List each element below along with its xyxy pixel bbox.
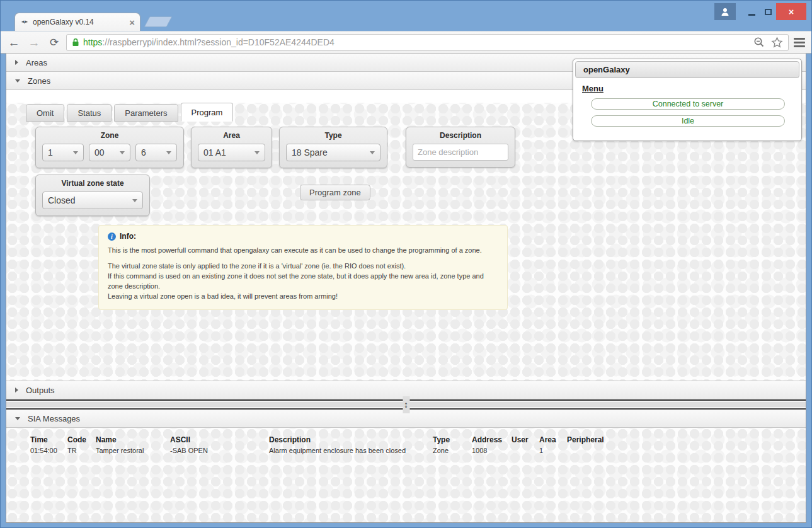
program-form-row2: Virtual zone state Closed Program zone <box>35 175 806 216</box>
zone-group-label: Zone <box>42 131 177 140</box>
tab-favicon <box>20 18 29 26</box>
info-line-4: Leaving a virtual zone open is a bad ide… <box>108 292 498 302</box>
area-value: 01 A1 <box>203 147 226 158</box>
dropdown-arrow-icon <box>132 199 137 202</box>
reload-button[interactable]: ⟳ <box>46 37 62 48</box>
zone-description-input[interactable] <box>413 144 508 161</box>
area-group: Area 01 A1 <box>191 127 272 168</box>
dropdown-arrow-icon <box>120 151 125 154</box>
tab-close-icon[interactable]: × <box>129 18 135 27</box>
area-group-label: Area <box>198 131 265 140</box>
outputs-label: Outputs <box>26 386 55 395</box>
info-title: Info: <box>120 232 136 241</box>
col-peripheral: Peripheral <box>567 435 624 444</box>
description-group-label: Description <box>413 131 508 140</box>
zoom-out-icon[interactable] <box>753 37 765 48</box>
info-box: i Info: This is the most powerfull comma… <box>98 225 508 310</box>
col-user: User <box>512 435 539 444</box>
browser-tab[interactable]: openGalaxy v0.14 × <box>14 13 140 31</box>
forward-button[interactable]: → <box>26 37 42 49</box>
chevron-down-icon <box>15 417 20 420</box>
url-scheme: https <box>83 37 102 47</box>
tab-title: openGalaxy v0.14 <box>33 18 125 26</box>
chevron-right-icon <box>15 60 18 65</box>
type-group: Type 18 Spare <box>279 127 387 168</box>
zone-units-value: 6 <box>141 147 146 158</box>
activity-status-badge: Idle <box>591 115 785 127</box>
col-code: Code <box>67 435 96 444</box>
cell-time: 01:54:00 <box>30 447 67 454</box>
sia-messages-panel: Time Code Name ASCII Description Type Ad… <box>6 428 806 523</box>
type-value: 18 Spare <box>292 147 328 158</box>
maximize-button[interactable] <box>760 3 776 20</box>
panel-splitter[interactable]: ↕ <box>6 399 806 410</box>
col-area: Area <box>539 435 567 444</box>
close-button[interactable]: × <box>776 3 806 20</box>
sia-table-header: Time Code Name ASCII Description Type Ad… <box>30 435 806 444</box>
omnibox-icons <box>753 37 783 49</box>
info-icon: i <box>108 232 116 241</box>
sia-table-row: 01:54:00 TR Tamper restoral -SAB OPEN Al… <box>30 447 806 454</box>
page-content: Areas Zones Omit Status Parameters Progr… <box>6 54 806 523</box>
minimize-button[interactable] <box>743 3 760 20</box>
opengalaxy-panel-title: openGalaxy <box>575 61 799 78</box>
dropdown-arrow-icon <box>166 151 171 154</box>
col-ascii: ASCII <box>170 435 269 444</box>
titlebar: openGalaxy v0.14 × × <box>1 1 811 31</box>
address-bar[interactable]: https://raspberrypi/index.html?session_i… <box>66 34 789 51</box>
zone-tens-value: 00 <box>94 147 105 158</box>
zone-hundreds-select[interactable]: 1 <box>42 144 84 161</box>
virtual-state-select[interactable]: Closed <box>42 192 143 209</box>
back-button[interactable]: ← <box>6 37 22 49</box>
zone-tens-select[interactable]: 00 <box>89 144 130 161</box>
zones-label: Zones <box>28 76 50 86</box>
zone-units-select[interactable]: 6 <box>135 144 177 161</box>
info-line-1: This is the most powerfull command that … <box>108 246 498 254</box>
url-text: https://raspberrypi/index.html?session_i… <box>83 37 750 47</box>
col-description: Description <box>269 435 433 444</box>
menu-link[interactable]: Menu <box>582 84 603 93</box>
virtual-state-group: Virtual zone state Closed <box>35 175 150 216</box>
type-select[interactable]: 18 Spare <box>286 144 380 161</box>
bookmark-star-icon[interactable] <box>771 37 783 49</box>
info-line-3: If this command is used on an existing z… <box>108 272 498 292</box>
connection-status-badge: Connected to server <box>591 98 785 110</box>
cell-code: TR <box>67 447 96 454</box>
tab-parameters[interactable]: Parameters <box>114 104 178 122</box>
virtual-state-value: Closed <box>48 195 76 205</box>
cell-address: 1008 <box>472 447 512 454</box>
tab-status[interactable]: Status <box>67 104 112 122</box>
col-name: Name <box>96 435 170 444</box>
dropdown-arrow-icon <box>254 151 260 154</box>
profile-icon[interactable] <box>714 3 736 20</box>
tab-omit[interactable]: Omit <box>26 104 64 122</box>
cell-peripheral <box>567 447 624 454</box>
url-rest: ://raspberrypi/index.html?session_id=D10… <box>102 37 334 47</box>
chevron-right-icon <box>15 387 18 393</box>
col-address: Address <box>472 435 512 444</box>
chrome-menu-icon[interactable] <box>792 38 806 47</box>
new-tab-button[interactable] <box>144 16 172 27</box>
window-controls: × <box>714 3 806 20</box>
cell-ascii: -SAB OPEN <box>170 447 269 454</box>
sia-label: SIA Messages <box>28 414 80 423</box>
cell-area: 1 <box>539 447 567 454</box>
padlock-icon <box>72 38 79 47</box>
cell-description: Alarm equipment enclosure has been close… <box>269 447 433 454</box>
zone-hundreds-value: 1 <box>48 147 53 158</box>
area-select[interactable]: 01 A1 <box>198 144 265 161</box>
opengalaxy-panel: openGalaxy Menu Connected to server Idle <box>573 59 802 141</box>
type-group-label: Type <box>286 131 380 140</box>
program-zone-button[interactable]: Program zone <box>300 185 370 200</box>
resize-handle-icon[interactable]: ↕ <box>403 396 409 413</box>
areas-label: Areas <box>26 58 47 67</box>
cell-type: Zone <box>433 447 472 454</box>
info-line-2: The virtual zone state is only applied t… <box>108 261 498 272</box>
zone-group: Zone 1 00 6 <box>35 127 184 168</box>
dropdown-arrow-icon <box>370 151 375 154</box>
col-time: Time <box>30 435 67 444</box>
dropdown-arrow-icon <box>73 151 78 154</box>
tab-program[interactable]: Program <box>181 103 234 122</box>
cell-user <box>512 447 539 454</box>
chevron-down-icon <box>15 79 20 83</box>
